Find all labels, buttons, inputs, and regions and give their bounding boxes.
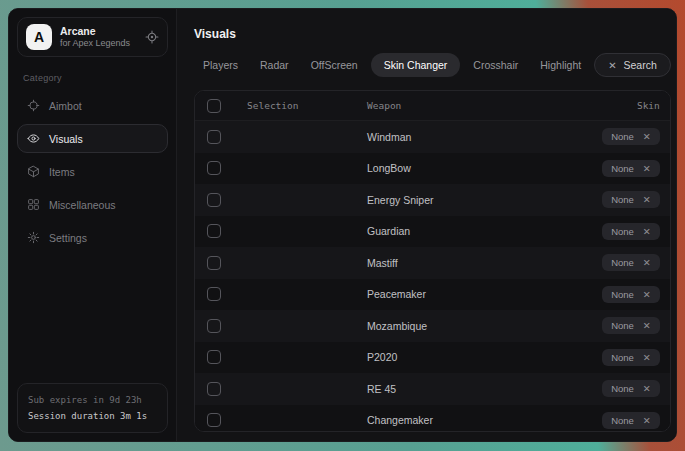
brand-name: Arcane [60, 25, 130, 38]
sidebar-nav: Aimbot Visuals Items [17, 91, 168, 252]
brand-subtitle: for Apex Legends [60, 38, 130, 49]
clear-icon[interactable]: ✕ [643, 383, 651, 394]
sidebar-item-aimbot[interactable]: Aimbot [17, 91, 168, 120]
clear-icon[interactable]: ✕ [643, 352, 651, 363]
table-row: RE 45 None✕ [195, 373, 670, 405]
sidebar-item-visuals[interactable]: Visuals [17, 124, 168, 153]
tab-bar: Players Radar OffScreen Skin Changer Cro… [177, 53, 677, 77]
sub-expires-text: Sub expires in 9d 23h [28, 392, 157, 408]
weapon-name: Mozambique [367, 320, 574, 332]
clear-icon[interactable]: ✕ [643, 289, 651, 300]
skin-select[interactable]: None✕ [602, 191, 660, 208]
table-row: Peacemaker None✕ [195, 279, 670, 311]
skin-value: None [611, 257, 634, 268]
clear-icon[interactable]: ✕ [643, 415, 651, 426]
clear-icon[interactable]: ✕ [643, 131, 651, 142]
brand-card: A Arcane for Apex Legends [17, 17, 168, 57]
subscription-info: Sub expires in 9d 23h Session duration 3… [17, 383, 168, 433]
table-row: Windman None✕ [195, 121, 670, 153]
skin-select[interactable]: None✕ [602, 254, 660, 271]
weapon-name: Mastiff [367, 257, 574, 269]
clear-icon[interactable]: ✕ [643, 320, 651, 331]
column-header-selection: Selection [247, 100, 367, 111]
row-checkbox[interactable] [207, 193, 221, 207]
skin-select[interactable]: None✕ [602, 286, 660, 303]
skin-select[interactable]: None✕ [602, 223, 660, 240]
row-checkbox[interactable] [207, 319, 221, 333]
grid-icon [27, 198, 40, 211]
search-button-label: Search [624, 59, 657, 71]
sidebar-item-miscellaneous[interactable]: Miscellaneous [17, 190, 168, 219]
weapon-name: RE 45 [367, 383, 574, 395]
skin-select[interactable]: None✕ [602, 160, 660, 177]
skin-select[interactable]: None✕ [602, 380, 660, 397]
page-title: Visuals [177, 23, 677, 53]
gear-icon [27, 231, 40, 244]
skin-table: Selection Weapon Skin Windman None✕ Long… [194, 90, 671, 432]
tab-players[interactable]: Players [194, 53, 247, 77]
table-row: Mozambique None✕ [195, 310, 670, 342]
row-checkbox[interactable] [207, 224, 221, 238]
sidebar: A Arcane for Apex Legends Category [9, 9, 177, 441]
clear-icon[interactable]: ✕ [643, 163, 651, 174]
category-label: Category [23, 73, 162, 83]
tab-highlight[interactable]: Highlight [531, 53, 590, 77]
row-checkbox[interactable] [207, 287, 221, 301]
tab-offscreen[interactable]: OffScreen [302, 53, 367, 77]
table-row: Changemaker None✕ [195, 405, 670, 433]
sidebar-item-label: Items [49, 166, 75, 178]
session-duration-text: Session duration 3m 1s [28, 408, 157, 424]
weapon-name: Guardian [367, 225, 574, 237]
sidebar-item-settings[interactable]: Settings [17, 223, 168, 252]
select-all-checkbox[interactable] [207, 99, 221, 113]
weapon-name: Peacemaker [367, 288, 574, 300]
weapon-name: LongBow [367, 162, 574, 174]
skin-value: None [611, 352, 634, 363]
table-row: P2020 None✕ [195, 342, 670, 374]
tab-crosshair[interactable]: Crosshair [464, 53, 527, 77]
clear-icon[interactable]: ✕ [643, 257, 651, 268]
table-row: Energy Sniper None✕ [195, 184, 670, 216]
app-window: A Arcane for Apex Legends Category [8, 8, 677, 442]
column-header-skin: Skin [574, 100, 660, 111]
skin-value: None [611, 131, 634, 142]
sidebar-item-label: Visuals [49, 133, 83, 145]
tab-radar[interactable]: Radar [251, 53, 298, 77]
skin-select[interactable]: None✕ [602, 412, 660, 429]
column-header-weapon: Weapon [367, 100, 574, 111]
clear-icon[interactable]: ✕ [643, 194, 651, 205]
clear-icon[interactable]: ✕ [643, 226, 651, 237]
row-checkbox[interactable] [207, 413, 221, 427]
skin-select[interactable]: None✕ [602, 128, 660, 145]
row-checkbox[interactable] [207, 350, 221, 364]
table-row: Guardian None✕ [195, 216, 670, 248]
sidebar-item-label: Settings [49, 232, 87, 244]
search-button[interactable]: ✕ Search [594, 53, 671, 77]
main-panel: Visuals Players Radar OffScreen Skin Cha… [177, 9, 677, 441]
row-checkbox[interactable] [207, 256, 221, 270]
cube-icon [27, 165, 40, 178]
row-checkbox[interactable] [207, 161, 221, 175]
skin-select[interactable]: None✕ [602, 349, 660, 366]
skin-value: None [611, 289, 634, 300]
table-header-row: Selection Weapon Skin [195, 91, 670, 121]
row-checkbox[interactable] [207, 382, 221, 396]
tab-skin-changer[interactable]: Skin Changer [371, 53, 461, 77]
sidebar-item-label: Aimbot [49, 100, 82, 112]
weapon-name: Changemaker [367, 414, 574, 426]
skin-value: None [611, 320, 634, 331]
skin-value: None [611, 194, 634, 205]
skin-value: None [611, 383, 634, 394]
target-icon[interactable] [145, 30, 159, 44]
search-icon: ✕ [608, 60, 616, 71]
weapon-name: Windman [367, 131, 574, 143]
weapon-name: Energy Sniper [367, 194, 574, 206]
row-checkbox[interactable] [207, 130, 221, 144]
skin-select[interactable]: None✕ [602, 317, 660, 334]
weapon-name: P2020 [367, 351, 574, 363]
brand-logo: A [26, 24, 52, 50]
sidebar-item-label: Miscellaneous [49, 199, 116, 211]
sidebar-item-items[interactable]: Items [17, 157, 168, 186]
skin-value: None [611, 163, 634, 174]
skin-value: None [611, 415, 634, 426]
